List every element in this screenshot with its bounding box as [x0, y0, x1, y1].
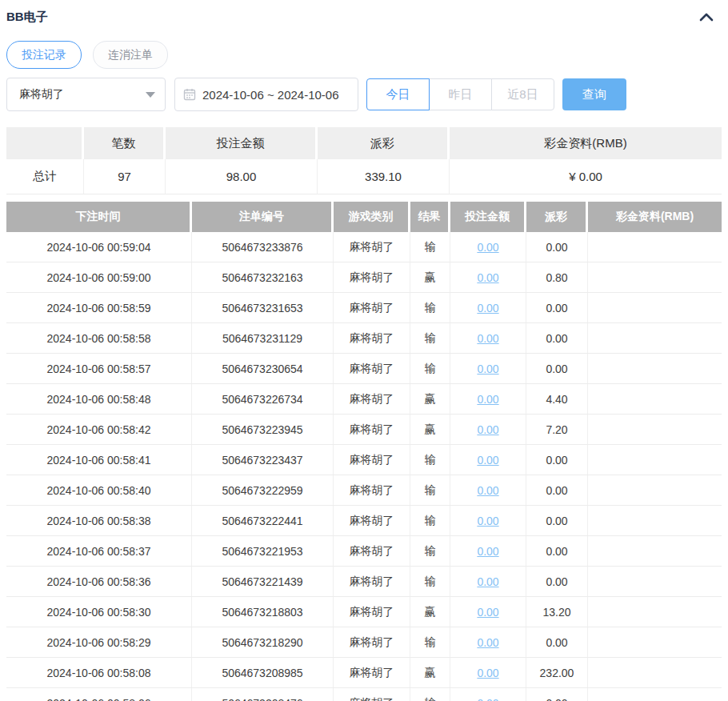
summary-total-payout: 339.10 [318, 159, 450, 194]
records-header-payout: 派彩 [526, 202, 588, 232]
summary-header-count: 笔数 [84, 127, 166, 159]
cell-bet-amount: 0.00 [450, 536, 526, 566]
cell-result: 赢 [410, 597, 450, 627]
quick-button-today[interactable]: 今日 [366, 78, 430, 110]
date-range-value: 2024-10-06 ~ 2024-10-06 [202, 88, 339, 102]
cell-result: 输 [410, 506, 450, 535]
cell-bet-time: 2024-10-06 00:58:30 [6, 597, 192, 627]
bet-amount-link[interactable]: 0.00 [477, 484, 498, 497]
bet-amount-link[interactable]: 0.00 [477, 636, 498, 649]
cell-game-type: 麻将胡了 [334, 597, 410, 627]
cell-bonus [588, 627, 722, 657]
cell-bet-amount: 0.00 [450, 445, 526, 475]
bet-amount-link[interactable]: 0.00 [477, 393, 498, 406]
date-range-picker[interactable]: 2024-10-06 ~ 2024-10-06 [174, 78, 358, 111]
cell-game-type: 麻将胡了 [334, 627, 410, 657]
caret-down-icon [146, 92, 155, 98]
bet-amount-link[interactable]: 0.00 [477, 363, 498, 375]
cell-payout: 0.80 [526, 262, 588, 292]
cell-bet-time: 2024-10-06 00:58:42 [6, 415, 192, 444]
bet-records-panel: BB电子 投注记录 连消注单 麻将胡了 [0, 0, 728, 701]
bet-amount-link[interactable]: 0.00 [477, 271, 498, 284]
bet-amount-link[interactable]: 0.00 [477, 575, 498, 588]
cell-bet-amount: 0.00 [450, 597, 526, 627]
summary-total-row: 总计 97 98.00 339.10 ¥ 0.00 [6, 159, 722, 194]
chevron-up-icon [699, 12, 714, 22]
cell-result: 输 [410, 536, 450, 566]
cell-bet-number: 5064673232163 [192, 262, 334, 292]
summary-total-bet-amount: 98.00 [166, 159, 318, 194]
cell-bet-number: 5064673230654 [192, 354, 334, 383]
table-row: 2024-10-06 00:58:40 5064673222959 麻将胡了 输… [6, 475, 722, 506]
cell-result: 输 [410, 445, 450, 475]
records-header-row: 下注时间 注单编号 游戏类别 结果 投注金额 派彩 彩金资料(RMB) [6, 202, 722, 232]
summary-header-blank [6, 127, 84, 159]
tab-cancelled-bets[interactable]: 连消注单 [93, 41, 168, 69]
cell-bonus [588, 597, 722, 627]
quick-button-yesterday[interactable]: 昨日 [429, 78, 492, 110]
records-body: 2024-10-06 00:59:04 5064673233876 麻将胡了 输… [6, 232, 722, 701]
cell-bet-time: 2024-10-06 00:59:00 [6, 262, 192, 292]
cell-bet-amount: 0.00 [450, 323, 526, 353]
bet-amount-link[interactable]: 0.00 [477, 302, 498, 314]
summary-header-payout: 派彩 [318, 127, 450, 159]
tab-bet-records[interactable]: 投注记录 [6, 41, 82, 69]
cell-bet-time: 2024-10-06 00:58:36 [6, 567, 192, 596]
cell-result: 输 [410, 354, 450, 383]
cell-bet-number: 5064673231129 [192, 323, 334, 353]
records-header-bonus: 彩金资料(RMB) [588, 202, 722, 232]
cell-bonus [588, 293, 722, 322]
table-row: 2024-10-06 00:58:59 5064673231653 麻将胡了 输… [6, 293, 722, 323]
cell-payout: 0.00 [526, 627, 588, 657]
cell-bet-time: 2024-10-06 00:58:06 [6, 688, 192, 701]
bet-amount-link[interactable]: 0.00 [477, 606, 498, 619]
cell-result: 输 [410, 232, 450, 262]
cell-game-type: 麻将胡了 [334, 536, 410, 566]
table-row: 2024-10-06 00:58:30 5064673218803 麻将胡了 赢… [6, 597, 722, 627]
bet-amount-link[interactable]: 0.00 [477, 454, 498, 467]
cell-bonus [588, 506, 722, 535]
records-header-time: 下注时间 [6, 202, 192, 232]
query-button[interactable]: 查询 [562, 78, 626, 110]
cell-bet-number: 5064673218290 [192, 627, 334, 657]
cell-game-type: 麻将胡了 [334, 475, 410, 505]
table-row: 2024-10-06 00:59:00 5064673232163 麻将胡了 赢… [6, 262, 722, 293]
cell-game-type: 麻将胡了 [334, 506, 410, 535]
panel-header: BB电子 [6, 8, 722, 26]
bet-amount-link[interactable]: 0.00 [477, 697, 498, 701]
collapse-button[interactable] [698, 8, 715, 26]
cell-bonus [588, 688, 722, 701]
bet-amount-link[interactable]: 0.00 [477, 667, 498, 679]
cell-bonus [588, 384, 722, 414]
cell-payout: 0.00 [526, 293, 588, 322]
summary-total-count: 97 [84, 159, 166, 194]
cell-game-type: 麻将胡了 [334, 323, 410, 353]
cell-payout: 0.00 [526, 232, 588, 262]
cell-result: 输 [410, 567, 450, 596]
cell-bet-amount: 0.00 [450, 415, 526, 444]
cell-bet-number: 5064673218803 [192, 597, 334, 627]
cell-bonus [588, 262, 722, 292]
bet-amount-link[interactable]: 0.00 [477, 241, 498, 254]
table-row: 2024-10-06 00:58:57 5064673230654 麻将胡了 输… [6, 354, 722, 384]
cell-result: 赢 [410, 415, 450, 444]
table-row: 2024-10-06 00:58:06 5064673208476 麻将胡了 输… [6, 688, 722, 701]
bet-amount-link[interactable]: 0.00 [477, 423, 498, 436]
records-header-bet-no: 注单编号 [192, 202, 334, 232]
calendar-icon [183, 88, 196, 101]
cell-payout: 0.00 [526, 567, 588, 596]
bet-amount-link[interactable]: 0.00 [477, 515, 498, 527]
tab-bar: 投注记录 连消注单 [6, 41, 722, 69]
bet-amount-link[interactable]: 0.00 [477, 545, 498, 558]
cell-game-type: 麻将胡了 [334, 384, 410, 414]
summary-header-bet-amount: 投注金额 [166, 127, 318, 159]
cell-bet-amount: 0.00 [450, 506, 526, 535]
tab-label: 投注记录 [22, 48, 66, 62]
cell-bet-amount: 0.00 [450, 262, 526, 292]
quick-button-near8days[interactable]: 近8日 [491, 78, 554, 110]
cell-bet-time: 2024-10-06 00:58:48 [6, 384, 192, 414]
game-select[interactable]: 麻将胡了 [6, 78, 166, 111]
bet-amount-link[interactable]: 0.00 [477, 332, 498, 345]
table-row: 2024-10-06 00:58:29 5064673218290 麻将胡了 输… [6, 627, 722, 658]
cell-game-type: 麻将胡了 [334, 354, 410, 383]
